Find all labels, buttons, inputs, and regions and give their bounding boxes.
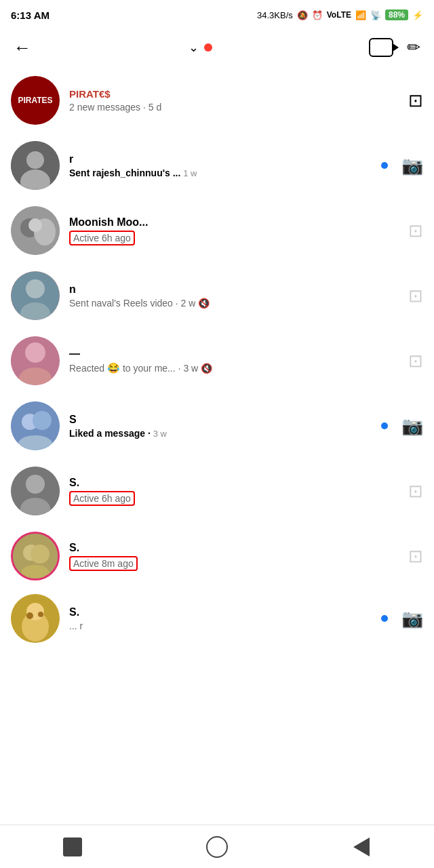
- conv-sub-row: Sent rajesh_chinnuu's ... 1 w: [69, 167, 381, 178]
- conv-name: Moonish Moo...: [69, 216, 401, 229]
- home-button[interactable]: [198, 828, 236, 866]
- charging-icon: ⚡: [412, 10, 423, 20]
- nav-center: ⌄: [189, 40, 212, 55]
- conv-subtext: Sent rajesh_chinnuu's ... 1 w: [69, 167, 197, 178]
- camera-icon: ⊡: [408, 90, 423, 111]
- camera-icon: ⊡: [408, 285, 423, 306]
- conv-content: r Sent rajesh_chinnuu's ... 1 w: [69, 153, 381, 178]
- conv-content: Moonish Moo... Active 6h ago: [69, 216, 401, 245]
- camera-icon: 📷: [401, 155, 423, 176]
- conv-content: S. Active 6h ago: [69, 477, 401, 506]
- active-status-box: Active 6h ago: [69, 231, 135, 245]
- camera-icon-wrap: ⊡: [408, 285, 423, 307]
- svg-point-18: [26, 475, 45, 494]
- conversation-item[interactable]: n Sent naval's Reels video · 2 w 🔇 ⊡: [0, 263, 434, 328]
- avatar-wrap: [11, 401, 60, 450]
- conversation-item[interactable]: Moonish Moo... Active 6h ago ⊡: [0, 198, 434, 263]
- unread-dot: [381, 615, 388, 622]
- back-button-nav[interactable]: [342, 828, 380, 866]
- camera-icon: ⊡: [408, 351, 423, 371]
- video-call-button[interactable]: [369, 38, 393, 57]
- back-button[interactable]: ←: [14, 37, 31, 58]
- avatar: PIRATES: [11, 76, 60, 125]
- camera-icon-wrap: ⊡: [408, 546, 423, 567]
- camera-icon: 📷: [401, 608, 423, 629]
- status-time: 6:13 AM: [11, 9, 50, 21]
- conversation-list: PIRATES PIRAT€$ 2 new messages · 5 d ⊡: [0, 68, 434, 648]
- conv-subtext: 2 new messages · 5 d: [69, 102, 161, 113]
- nav-left: ←: [14, 37, 31, 58]
- conversation-item[interactable]: PIRATES PIRAT€$ 2 new messages · 5 d ⊡: [0, 68, 434, 133]
- avatar-wrap: [11, 532, 60, 580]
- mute-icon: 🔇: [201, 363, 212, 374]
- bottom-navigation: [0, 825, 434, 868]
- avatar-wrap: [11, 271, 60, 320]
- conv-subtext: ... r: [69, 620, 83, 631]
- conversation-item[interactable]: r Sent rajesh_chinnuu's ... 1 w 📷: [0, 133, 434, 198]
- active-status-box: Active 8m ago: [69, 556, 138, 571]
- unread-dot: [381, 422, 388, 429]
- live-indicator-dot: [204, 43, 212, 52]
- conv-content: S. Active 8m ago: [69, 542, 401, 571]
- avatar: [11, 141, 60, 190]
- conv-content: — Reacted 😂 to your me... · 3 w 🔇: [69, 348, 401, 374]
- top-navigation: ← ⌄ ✏: [0, 27, 434, 68]
- stop-icon: [63, 837, 82, 856]
- camera-icon-wrap: 📷: [401, 416, 423, 437]
- conversation-item[interactable]: S Liked a message · 3 w 📷: [0, 393, 434, 458]
- conversation-item[interactable]: S. ... r 📷: [0, 589, 434, 648]
- conv-sub-row: Active 8m ago: [69, 556, 401, 571]
- svg-point-15: [33, 411, 52, 430]
- avatar-wrap: [11, 206, 60, 255]
- conv-sub-row: Liked a message · 3 w: [69, 428, 381, 439]
- conv-sub-row: ... r: [69, 620, 381, 631]
- stop-button[interactable]: [54, 828, 92, 866]
- unread-dot: [381, 162, 388, 169]
- nav-right: ✏: [369, 38, 420, 57]
- compose-button[interactable]: ✏: [407, 38, 420, 57]
- battery-indicator: 88%: [385, 9, 408, 20]
- back-icon: [353, 837, 370, 856]
- conv-sub-row: Reacted 😂 to your me... · 3 w 🔇: [69, 362, 401, 374]
- conv-name: S.: [69, 542, 401, 554]
- conv-subtext: Sent naval's Reels video · 2 w: [69, 298, 195, 309]
- camera-icon-wrap: ⊡: [408, 220, 423, 241]
- chevron-down-icon[interactable]: ⌄: [189, 40, 199, 55]
- avatar: [11, 271, 60, 320]
- camera-icon: ⊡: [408, 481, 423, 501]
- camera-icon: 📷: [401, 416, 423, 436]
- conv-subtext: Reacted 😂 to your me... · 3 w: [69, 362, 198, 374]
- svg-point-6: [28, 218, 42, 232]
- mute-icon: 🔇: [198, 298, 210, 309]
- avatar-wrap: [11, 594, 60, 643]
- alarm-icon: ⏰: [312, 10, 323, 20]
- home-icon: [206, 836, 228, 858]
- svg-point-27: [26, 612, 33, 619]
- avatar: [11, 467, 60, 515]
- signal-icon: 📶: [355, 10, 366, 20]
- conv-subtext: Liked a message · 3 w: [69, 428, 167, 439]
- avatar-wrap: [11, 467, 60, 515]
- camera-icon-wrap: ⊡: [408, 90, 423, 111]
- conversation-item[interactable]: S. Active 6h ago ⊡: [0, 458, 434, 524]
- network-speed: 34.3KB/s: [257, 10, 293, 20]
- avatar: [11, 206, 60, 255]
- svg-point-22: [31, 545, 50, 564]
- avatar-wrap: [11, 141, 60, 190]
- camera-icon: ⊡: [408, 546, 423, 566]
- conv-sub-row: 2 new messages · 5 d: [69, 102, 401, 113]
- conversation-item[interactable]: — Reacted 😂 to your me... · 3 w 🔇 ⊡: [0, 328, 434, 393]
- conv-content: n Sent naval's Reels video · 2 w 🔇: [69, 283, 401, 309]
- conversation-item[interactable]: S. Active 8m ago ⊡: [0, 524, 434, 589]
- conv-name: PIRAT€$: [69, 88, 401, 100]
- active-status-box: Active 6h ago: [69, 491, 135, 506]
- unread-indicator: [381, 422, 395, 429]
- unread-indicator: [381, 162, 395, 169]
- conv-name: r: [69, 153, 381, 165]
- conv-sub-row: Sent naval's Reels video · 2 w 🔇: [69, 298, 401, 309]
- camera-icon: ⊡: [408, 220, 423, 241]
- avatar: [11, 594, 60, 643]
- conv-name: n: [69, 283, 401, 296]
- svg-point-11: [25, 342, 45, 363]
- conv-sub-row: Active 6h ago: [69, 491, 401, 506]
